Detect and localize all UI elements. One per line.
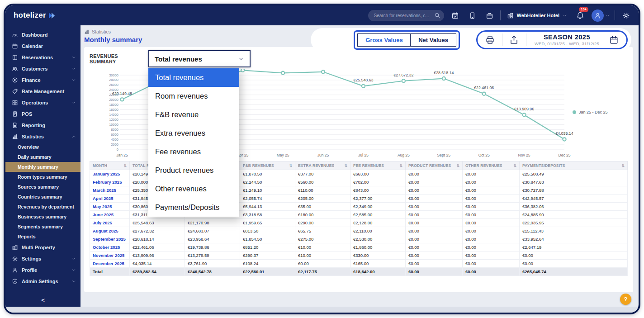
sidebar-item-customers[interactable]: Customers xyxy=(5,63,80,74)
month-link[interactable]: September 2025 xyxy=(90,235,130,243)
export-button[interactable] xyxy=(508,33,521,46)
table-cell: €246,542.78 xyxy=(185,268,240,276)
gross-values-button[interactable]: Gross Values xyxy=(357,33,411,47)
sidebar-item-profile[interactable]: Profile xyxy=(5,264,80,275)
sidebar-subitem-daily-summary[interactable]: Daily summary xyxy=(5,152,80,162)
sidebar-item-reporting[interactable]: Reporting xyxy=(5,119,80,131)
month-link[interactable]: May 2025 xyxy=(90,203,130,211)
table-cell: €0.00 xyxy=(406,195,463,203)
table-cell: €2,647.19 xyxy=(520,243,628,252)
sort-icon[interactable]: ⇅ xyxy=(344,164,347,168)
briefcase-icon xyxy=(486,12,493,19)
sidebar-subitem-segments-summary[interactable]: Segments summary xyxy=(5,222,80,232)
sidebar-subitem-countries-summary[interactable]: Countries summary xyxy=(5,192,80,202)
revenue-type-dropdown-button[interactable]: Total revenues xyxy=(148,50,251,67)
users-icon xyxy=(12,66,18,72)
month-link[interactable]: February 2025 xyxy=(90,178,130,186)
month-link[interactable]: July 2025 xyxy=(90,219,130,227)
table-cell: €0.00 xyxy=(463,170,520,178)
date-picker-button[interactable] xyxy=(607,33,620,46)
sidebar-item-statistics[interactable]: Statistics xyxy=(5,131,80,142)
month-link[interactable]: June 2025 xyxy=(90,211,130,219)
sidebar-item-reservations[interactable]: Reservations xyxy=(5,52,80,63)
sidebar-item-calendar[interactable]: Calendar xyxy=(5,40,80,52)
sort-icon[interactable]: ⇅ xyxy=(289,164,292,168)
device-button[interactable] xyxy=(466,9,478,22)
sidebar-item-finance[interactable]: Finance xyxy=(5,74,80,85)
work-button[interactable] xyxy=(483,9,496,22)
dropdown-option[interactable]: Total revenues xyxy=(148,68,239,87)
column-header[interactable]: EXTRA REVENUES⇅ xyxy=(295,161,350,170)
print-button[interactable] xyxy=(484,33,497,46)
user-menu[interactable] xyxy=(592,9,610,22)
column-header[interactable]: PAYMENTS/DEPOSITS⇅ xyxy=(520,161,628,170)
month-link[interactable]: November 2025 xyxy=(90,252,130,260)
dropdown-option[interactable]: Other revenues xyxy=(148,180,239,198)
sort-icon[interactable]: ⇅ xyxy=(399,164,402,168)
sidebar-item-operations[interactable]: Operations xyxy=(5,97,80,108)
sort-icon[interactable]: ⇅ xyxy=(513,164,516,168)
month-link[interactable]: January 2025 xyxy=(90,170,130,178)
month-link[interactable]: April 2025 xyxy=(90,195,130,203)
column-header[interactable]: FEE REVENUES⇅ xyxy=(350,161,406,170)
dropdown-option[interactable]: F&B revenue xyxy=(148,105,239,124)
sidebar-subitem-room-types-summary[interactable]: Room types summary xyxy=(5,172,80,182)
table-cell: €2,585.00 xyxy=(350,211,406,219)
season-selector[interactable]: SEASON 2025 WED, 01/01/25 - WED, 31/12/2… xyxy=(532,33,602,46)
buildings-icon xyxy=(12,244,18,251)
table-cell: €663.00 xyxy=(350,170,406,178)
sidebar-item-dashboard[interactable]: Dashboard xyxy=(5,29,80,40)
sidebar-subitem-revenues-by-department[interactable]: Revenues by department xyxy=(5,202,80,212)
notifications-button[interactable]: 10+ xyxy=(573,9,587,22)
dropdown-option[interactable]: Payments/Deposits xyxy=(148,198,239,217)
dropdown-option[interactable]: Product revenues xyxy=(148,161,239,180)
table-row: December 2025€4,035.14€3,761.90€108.24€0… xyxy=(90,260,628,268)
sort-icon[interactable]: ⇅ xyxy=(123,164,127,168)
calendar-check-button[interactable] xyxy=(449,9,461,22)
revenue-type-dropdown: Total revenues Total revenuesRoom revenu… xyxy=(148,50,251,67)
sidebar-subitem-reports[interactable]: Reports xyxy=(5,232,80,242)
month-link[interactable]: August 2025 xyxy=(90,227,130,235)
sidebar-collapse-button[interactable]: < xyxy=(5,293,80,307)
month-link[interactable]: March 2025 xyxy=(90,186,130,195)
app-logo[interactable]: hotelizer xyxy=(14,11,56,20)
month-link[interactable]: October 2025 xyxy=(90,243,130,252)
search-icon[interactable] xyxy=(434,12,440,19)
sidebar-item-rate-management[interactable]: Rate Management xyxy=(5,85,80,97)
sidebar-item-admin-settings[interactable]: Admin Settings xyxy=(5,275,80,287)
person-icon xyxy=(12,267,18,273)
column-header[interactable]: OTHER REVENUES⇅ xyxy=(463,161,520,170)
svg-text:€22.461.06: €22.461.06 xyxy=(474,85,494,90)
dropdown-selected-value: Total revenues xyxy=(155,55,202,63)
sidebar-subitem-sources-summary[interactable]: Sources summary xyxy=(5,182,80,192)
table-cell: €377.00 xyxy=(295,170,350,178)
hotel-selector[interactable]: WebHotelier Hotel xyxy=(505,12,569,19)
column-header[interactable]: PRODUCT REVENUES⇅ xyxy=(406,161,463,170)
sidebar-item-settings[interactable]: Settings xyxy=(5,253,80,264)
sidebar-item-pos[interactable]: POS xyxy=(5,108,80,119)
table-cell: €27,672.32 xyxy=(130,227,185,235)
sidebar-subitem-businesses-summary[interactable]: Businesses summary xyxy=(5,212,80,222)
column-header[interactable]: F&B REVENUES⇅ xyxy=(240,161,295,170)
sort-icon[interactable]: ⇅ xyxy=(456,164,459,168)
sort-icon[interactable]: ⇅ xyxy=(621,164,625,168)
sidebar-item-label: Reporting xyxy=(22,123,45,128)
month-link[interactable]: December 2025 xyxy=(90,260,130,268)
settings-button[interactable] xyxy=(620,9,632,22)
table-cell: €22,560.01 xyxy=(240,268,295,276)
dropdown-option[interactable]: Fee revenues xyxy=(148,142,239,161)
column-header-label: OTHER REVENUES xyxy=(465,163,502,168)
sidebar-item-multi-property[interactable]: Multi Property xyxy=(5,242,80,253)
sidebar-subitem-overview[interactable]: Overview xyxy=(5,142,80,152)
table-cell: €0.00 xyxy=(406,203,463,211)
dropdown-option[interactable]: Extra revenues xyxy=(148,124,239,142)
search-input[interactable] xyxy=(368,10,444,21)
net-values-button[interactable]: Net Values xyxy=(410,33,456,47)
table-cell: €33,952.64 xyxy=(520,235,628,243)
column-header[interactable]: MONTH⇅ xyxy=(90,161,130,170)
svg-text:30000: 30000 xyxy=(109,73,118,77)
help-button[interactable]: ? xyxy=(620,294,631,305)
dropdown-option[interactable]: Room revenues xyxy=(148,87,239,105)
sidebar-subitem-monthly-summary[interactable]: Monthly summary xyxy=(5,162,80,172)
table-cell: €19,739.86 xyxy=(185,243,240,252)
